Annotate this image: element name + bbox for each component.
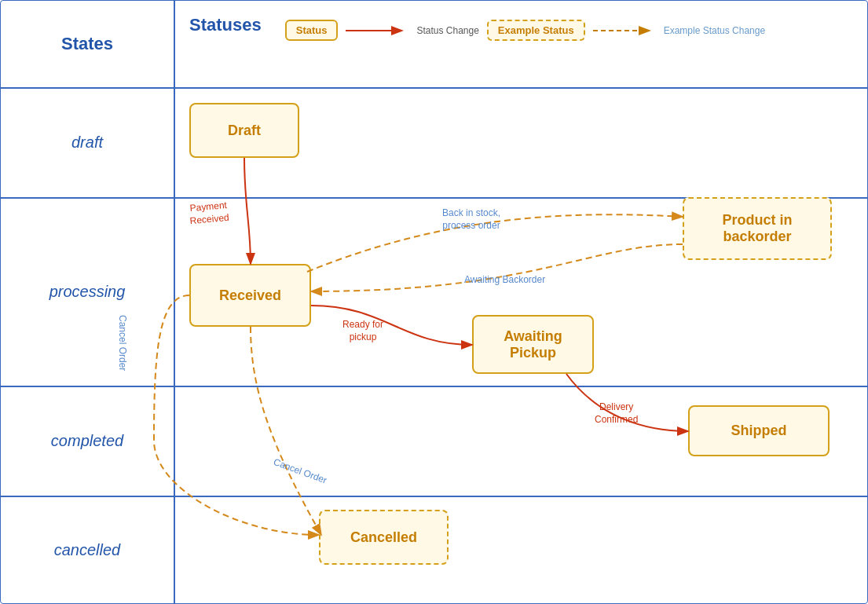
- status-box-shipped: Shipped: [688, 405, 830, 456]
- status-box-product-backorder: Product inbackorder: [683, 197, 832, 260]
- statuses-header-label: Statuses: [189, 15, 262, 35]
- label-delivery-confirmed: DeliveryConfirmed: [595, 401, 638, 426]
- legend-arrow-dashed: [593, 23, 656, 38]
- status-box-draft: Draft: [189, 103, 299, 158]
- status-box-cancelled: Cancelled: [319, 510, 449, 565]
- legend-example-status-change-label: Example Status Change: [664, 25, 765, 36]
- state-processing: processing: [1, 197, 174, 386]
- status-box-awaiting-pickup: AwaitingPickup: [472, 315, 594, 374]
- legend-status-box: Status: [285, 20, 339, 41]
- states-header-label: States: [61, 34, 113, 54]
- header-statuses: Statuses Status Status Change Example St…: [174, 1, 867, 87]
- legend-example-status-box: Example Status: [487, 20, 585, 41]
- state-draft: draft: [1, 87, 174, 197]
- label-back-in-stock: Back in stock,process order: [442, 207, 500, 232]
- label-payment-received: PaymentReceived: [189, 200, 230, 227]
- legend-arrow-solid: [346, 23, 408, 38]
- col-divider: [174, 1, 175, 603]
- diagram-container: States Statuses Status Status Change Exa…: [0, 0, 868, 604]
- label-cancel-order-2: Cancel Order: [272, 456, 328, 487]
- status-box-received: Received: [189, 264, 311, 327]
- legend: Status Status Change Example Status: [285, 20, 765, 41]
- label-cancel-order-1: Cancel Order: [115, 315, 128, 371]
- label-ready-for-pickup: Ready forpickup: [342, 319, 383, 343]
- label-awaiting-backorder: Awaiting Backorder: [464, 274, 545, 287]
- state-cancelled: cancelled: [1, 496, 174, 604]
- legend-status-change-label: Status Change: [416, 25, 478, 36]
- header-states: States: [1, 1, 174, 87]
- state-completed: completed: [1, 386, 174, 496]
